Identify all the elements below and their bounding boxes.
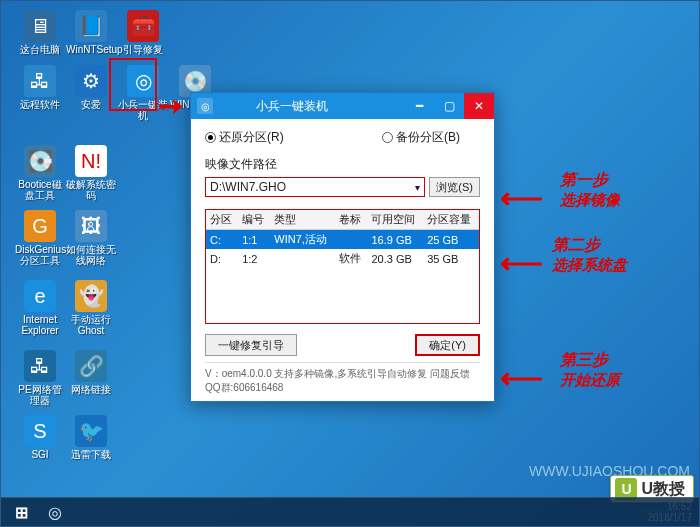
desktop-icon[interactable]: SSGI <box>15 415 65 460</box>
minimize-button[interactable]: ━ <box>404 93 434 119</box>
app-icon: 🔗 <box>75 350 107 382</box>
column-header[interactable]: 可用空间 <box>367 210 423 230</box>
taskbar: ⊞ ◎ <box>0 497 700 527</box>
app-icon: N! <box>75 145 107 177</box>
annotation-arrow: ➙ <box>158 88 183 123</box>
repair-boot-button[interactable]: 一键修复引导 <box>205 334 297 356</box>
desktop: 🖥这台电脑📘WinNTSetup🧰引导修复🖧远程软件⚙安爱◎小兵一键装机💿WIN… <box>0 0 700 527</box>
icon-label: 手动运行Ghost <box>66 314 116 336</box>
annotation-arrow: ⟵ <box>500 360 543 395</box>
desktop-icon[interactable]: 📘WinNTSetup <box>66 10 116 55</box>
app-icon: 📘 <box>75 10 107 42</box>
step-annotation: 第二步选择系统盘 <box>552 235 627 275</box>
column-header[interactable]: 分区 <box>206 210 238 230</box>
icon-label: DiskGenius分区工具 <box>15 244 65 266</box>
app-icon: 💽 <box>24 145 56 177</box>
column-header[interactable]: 编号 <box>238 210 270 230</box>
restore-radio[interactable]: 还原分区(R) <box>205 129 284 146</box>
version-info: V：oem4.0.0.0 支持多种镜像,多系统引导自动修复 问题反馈QQ群:60… <box>205 362 480 395</box>
path-label: 映像文件路径 <box>205 156 480 173</box>
column-header[interactable]: 分区容量 <box>423 210 479 230</box>
dialog-title: 小兵一键装机 <box>179 98 404 115</box>
app-icon: G <box>24 210 56 242</box>
ok-button[interactable]: 确定(Y) <box>415 334 480 356</box>
app-icon: 👻 <box>75 280 107 312</box>
start-button[interactable]: ⊞ <box>4 500 38 526</box>
annotation-arrow: ⟵ <box>500 245 543 280</box>
radio-icon <box>205 132 216 143</box>
app-icon: 🖧 <box>24 65 56 97</box>
desktop-icon[interactable]: N!破解系统密码 <box>66 145 116 201</box>
app-icon: 🖥 <box>24 10 56 42</box>
partition-row[interactable]: D:1:2软件20.3 GB35 GB <box>206 249 479 268</box>
desktop-icon[interactable]: 🖧PE网络管理器 <box>15 350 65 406</box>
icon-label: 如何连接无线网络 <box>66 244 116 266</box>
app-icon: ⚙ <box>75 65 107 97</box>
maximize-button[interactable]: ▢ <box>434 93 464 119</box>
desktop-icon[interactable]: 💽Bootice磁盘工具 <box>15 145 65 201</box>
backup-radio[interactable]: 备份分区(B) <box>382 129 460 146</box>
desktop-icon[interactable]: 🖼如何连接无线网络 <box>66 210 116 266</box>
column-header[interactable]: 卷标 <box>335 210 367 230</box>
icon-label: PE网络管理器 <box>15 384 65 406</box>
desktop-icon[interactable]: 🖧远程软件 <box>15 65 65 110</box>
column-header[interactable]: 类型 <box>270 210 335 230</box>
icon-label: 引导修复 <box>118 44 168 55</box>
partition-row[interactable]: C:1:1WIN7,活动16.9 GB25 GB <box>206 230 479 250</box>
installer-dialog: ◎ 小兵一键装机 ━ ▢ ✕ 还原分区(R) 备份分区(B) 映像文件路径 D:… <box>190 92 495 402</box>
app-icon: 🖧 <box>24 350 56 382</box>
desktop-icon[interactable]: GDiskGenius分区工具 <box>15 210 65 266</box>
app-icon: e <box>24 280 56 312</box>
app-icon: 🐦 <box>75 415 107 447</box>
titlebar[interactable]: ◎ 小兵一键装机 ━ ▢ ✕ <box>191 93 494 119</box>
app-icon: 🧰 <box>127 10 159 42</box>
step-annotation: 第一步选择镜像 <box>560 170 620 210</box>
image-path-input[interactable]: D:\WIN7.GHO ▾ <box>205 177 425 197</box>
selected-icon-highlight <box>109 58 157 111</box>
app-icon: 🖼 <box>75 210 107 242</box>
taskbar-app-installer[interactable]: ◎ <box>38 500 72 526</box>
annotation-arrow: ⟵ <box>500 180 543 215</box>
browse-button[interactable]: 浏览(S) <box>429 177 480 197</box>
desktop-icon[interactable]: 🐦迅雷下载 <box>66 415 116 460</box>
icon-label: SGI <box>15 449 65 460</box>
desktop-icon[interactable]: 🖥这台电脑 <box>15 10 65 55</box>
icon-label: 远程软件 <box>15 99 65 110</box>
icon-label: Internet Explorer <box>15 314 65 336</box>
radio-icon <box>382 132 393 143</box>
close-button[interactable]: ✕ <box>464 93 494 119</box>
step-annotation: 第三步开始还原 <box>560 350 620 390</box>
desktop-icon[interactable]: 🔗网络链接 <box>66 350 116 395</box>
icon-label: 网络链接 <box>66 384 116 395</box>
icon-label: 迅雷下载 <box>66 449 116 460</box>
icon-label: WinNTSetup <box>66 44 116 55</box>
desktop-icon[interactable]: 👻手动运行Ghost <box>66 280 116 336</box>
chevron-down-icon[interactable]: ▾ <box>415 182 420 193</box>
desktop-icon[interactable]: 🧰引导修复 <box>118 10 168 55</box>
icon-label: Bootice磁盘工具 <box>15 179 65 201</box>
app-icon: S <box>24 415 56 447</box>
icon-label: 破解系统密码 <box>66 179 116 201</box>
desktop-icon[interactable]: eInternet Explorer <box>15 280 65 336</box>
icon-label: 这台电脑 <box>15 44 65 55</box>
partition-table: 分区编号类型卷标可用空间分区容量 C:1:1WIN7,活动16.9 GB25 G… <box>205 209 480 324</box>
